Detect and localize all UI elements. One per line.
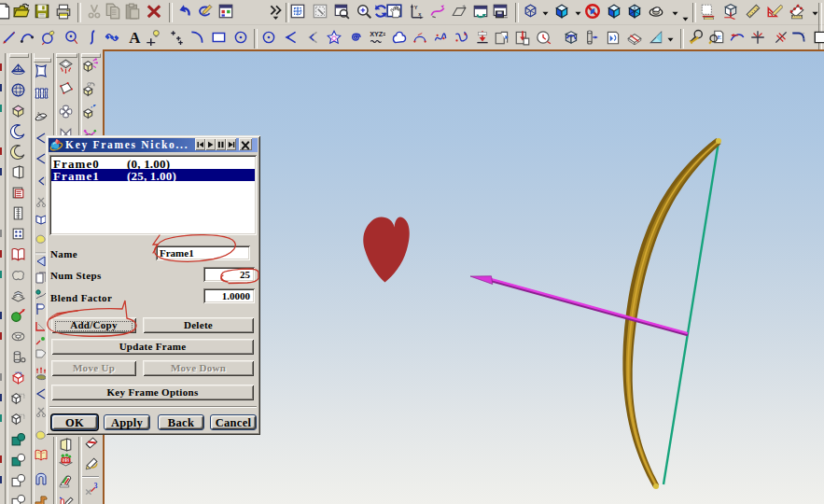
svg-text:A: A [129, 29, 141, 46]
svg-text:XYZ=: XYZ= [370, 30, 385, 38]
svg-text:3: 3 [94, 482, 98, 490]
svg-text:x: x [418, 11, 422, 17]
svg-text:E: E [718, 34, 722, 40]
svg-text:Y: Y [414, 5, 418, 10]
svg-text:88: 88 [63, 457, 69, 464]
